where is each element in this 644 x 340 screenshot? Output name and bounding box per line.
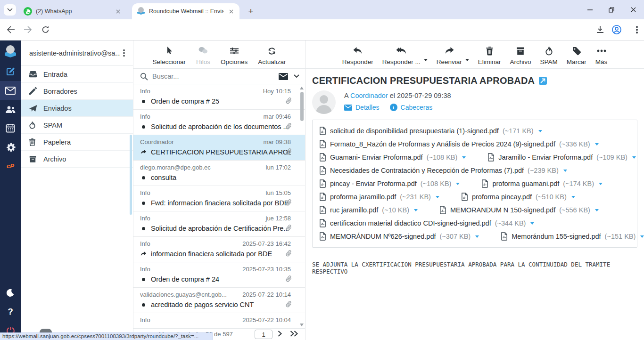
attachment-dropdown-icon[interactable] [563, 170, 567, 172]
account-menu-icon[interactable] [120, 49, 128, 57]
tab-search-button[interactable] [4, 4, 16, 16]
attachment-item[interactable]: Necesidades de Contratación y Recepción … [319, 166, 567, 175]
attachment-dropdown-icon[interactable] [456, 183, 460, 185]
message-list-item[interactable]: diego.moran@dpe.gob.eclun 17:02consulta [133, 161, 305, 186]
search-input[interactable] [152, 73, 279, 80]
sidebar-folder-archivo[interactable]: Archivo [21, 151, 133, 168]
window-minimize-button[interactable] [579, 0, 601, 19]
attachment-name[interactable]: pincay - Enviar Proforma.pdf [330, 180, 417, 187]
attachment-dropdown-icon[interactable] [538, 130, 542, 132]
attachment-item[interactable]: pincay - Enviar Proforma.pdf(~108 KB) [319, 179, 460, 188]
attachment-dropdown-icon[interactable] [475, 235, 479, 238]
compose-button[interactable] [0, 62, 21, 81]
attachment-name[interactable]: proforma jaramillo.pdf [330, 193, 396, 201]
reply-all-button[interactable]: Responder ... [382, 45, 421, 65]
attachment-item[interactable]: proforma pincay.pdf(~510 KB) [461, 193, 575, 201]
attachment-name[interactable]: Guamani- Enviar Proforma.pdf [330, 154, 423, 161]
attachment-item[interactable]: MEMORANDUM N 150-signed.pdf(~556 KB) [439, 206, 599, 214]
attachment-item[interactable]: proforma jaramillo.pdf(~231 KB) [319, 193, 439, 201]
forward-button[interactable] [24, 26, 32, 33]
attachment-item[interactable]: solicitud de disponibilidad presupuestar… [319, 127, 542, 135]
search-scope-envelope-icon[interactable] [279, 73, 288, 80]
attachment-name[interactable]: proforma guamani.pdf [492, 180, 559, 187]
scroll-down-icon[interactable] [300, 324, 304, 326]
dark-mode-moon-icon[interactable] [0, 283, 21, 302]
message-list-item[interactable]: Infojue 12:58Solicitud de aprobación de … [133, 211, 305, 237]
downloads-icon[interactable] [596, 25, 604, 34]
window-close-button[interactable] [622, 0, 644, 19]
settings-gear-icon[interactable] [0, 138, 21, 156]
delete-button[interactable]: Eliminar [478, 45, 501, 65]
scroll-up-icon[interactable] [300, 87, 304, 89]
attachment-dropdown-icon[interactable] [530, 222, 534, 225]
attachment-name[interactable]: ruc jaramillo.pdf [330, 206, 378, 214]
sidebar-folder-entrada[interactable]: Entrada [21, 66, 133, 83]
attachment-item[interactable]: ruc jaramillo.pdf(~10 KB) [319, 206, 418, 214]
account-header[interactable]: asistente-administrativo@sa... [21, 40, 133, 66]
sidebar-folder-borradores[interactable]: Borradores [21, 83, 133, 100]
forward-button[interactable]: Reenviar [437, 45, 462, 65]
details-toggle[interactable]: Detalles [344, 104, 380, 111]
message-list-item[interactable]: InfoHoy 10:15Orden de compra # 25 [133, 84, 305, 110]
attachment-name[interactable]: Jaramillo - Enviar Proforma.pdf [498, 154, 593, 161]
tab-close-icon[interactable] [227, 8, 235, 15]
attachment-name[interactable]: Formato_8_Razón de Proformas y Análisis … [330, 140, 555, 148]
message-list-item[interactable]: Info2025-07-22 10:04 [133, 313, 305, 328]
forward-dropdown-icon[interactable] [465, 59, 469, 61]
attachment-item[interactable]: Jaramillo - Enviar Proforma.pdf(~109 KB) [487, 153, 636, 162]
select-button[interactable]: Seleccionar [153, 45, 186, 65]
calendar-nav-icon[interactable] [0, 119, 21, 138]
scrollbar-thumb[interactable] [300, 92, 304, 121]
archive-button[interactable]: Archivo [510, 45, 531, 65]
attachment-dropdown-icon[interactable] [571, 196, 575, 198]
attachment-item[interactable]: Guamani- Enviar Proforma.pdf(~108 KB) [319, 153, 466, 162]
attachment-dropdown-icon[interactable] [640, 235, 644, 238]
threads-button[interactable]: Hilos [196, 45, 210, 65]
message-list-item[interactable]: Info2025-07-23 10:35Orden de compra # 24 [133, 262, 305, 288]
tab-whatsapp[interactable]: (2) WhatsApp [19, 3, 126, 19]
back-button[interactable] [7, 26, 15, 33]
help-icon[interactable]: ? [0, 302, 21, 321]
attachment-name[interactable]: Necesidades de Contratación y Recepción … [330, 167, 524, 174]
attachment-item[interactable]: certificacion material didactico CDI-sig… [319, 219, 534, 227]
cpanel-logo[interactable]: cP [0, 156, 21, 175]
attachment-item[interactable]: proforma guamani.pdf(~174 KB) [481, 179, 603, 188]
attachment-name[interactable]: Memorándum 155-signed.pdf [512, 233, 601, 240]
options-button[interactable]: Opciones [221, 45, 248, 65]
attachment-dropdown-icon[interactable] [595, 143, 599, 146]
attachment-name[interactable]: MEMORANDUM N 150-signed.pdf [450, 206, 555, 214]
tab-roundcube[interactable]: Roundcube Webmail :: Enviados [132, 3, 239, 19]
open-in-new-window-icon[interactable] [539, 77, 547, 85]
last-page-icon[interactable] [290, 331, 298, 337]
page-number-input[interactable] [255, 330, 272, 339]
sidebar-folder-spam[interactable]: SPAM [21, 117, 133, 134]
more-button[interactable]: Más [595, 45, 608, 65]
new-tab-button[interactable]: + [245, 6, 256, 17]
sidebar-folder-enviados[interactable]: Enviados [21, 100, 133, 117]
message-list-item[interactable]: Info2025-07-23 16:42informacion finacier… [133, 237, 305, 262]
spam-button[interactable]: SPAM [540, 45, 558, 65]
message-list-item[interactable]: Infomar 09:46Solicitud de aprobación de … [133, 110, 305, 135]
search-options-chevron-icon[interactable] [294, 74, 299, 78]
attachment-item[interactable]: Formato_8_Razón de Proformas y Análisis … [319, 140, 599, 148]
message-list-scrollbar[interactable] [298, 84, 305, 328]
message-list-item[interactable]: validaciones.guayas@cnt.gob...2025-07-22… [133, 288, 305, 313]
window-restore-button[interactable] [601, 0, 622, 19]
next-page-icon[interactable] [278, 331, 282, 337]
message-list-item[interactable]: Coordinadormar 09:38CERTIFICACION PRESUP… [133, 135, 305, 161]
attachment-dropdown-icon[interactable] [436, 196, 439, 198]
attachment-item[interactable]: Memorándum 155-signed.pdf(~151 KB) [501, 232, 644, 241]
refresh-button[interactable]: Actualizar [258, 45, 286, 65]
reload-button[interactable] [41, 26, 50, 34]
profile-icon[interactable] [612, 25, 621, 34]
attachment-dropdown-icon[interactable] [462, 156, 466, 159]
attachment-item[interactable]: MEMORÁNDUM Nº626-signed.pdf(~307 KB) [319, 232, 479, 241]
attachment-name[interactable]: MEMORÁNDUM Nº626-signed.pdf [330, 233, 436, 240]
attachment-dropdown-icon[interactable] [599, 183, 603, 185]
mail-nav-icon[interactable] [0, 81, 21, 100]
reply-button[interactable]: Responder [342, 45, 373, 65]
attachment-name[interactable]: certificacion material didactico CDI-sig… [330, 219, 491, 227]
browser-menu-icon[interactable] [633, 26, 641, 33]
attachment-dropdown-icon[interactable] [595, 209, 599, 211]
attachment-name[interactable]: solicitud de disponibilidad presupuestar… [330, 127, 499, 135]
